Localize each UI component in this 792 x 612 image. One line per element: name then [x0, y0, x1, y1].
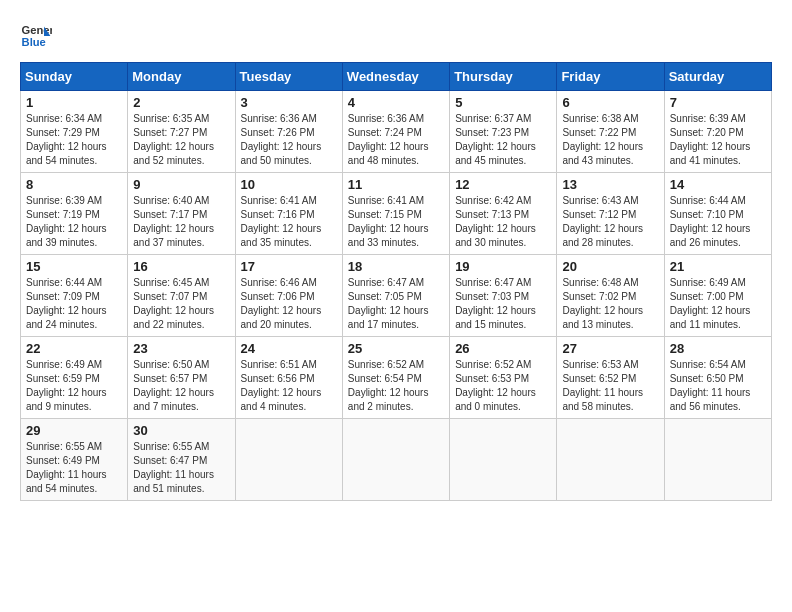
- day-header-saturday: Saturday: [664, 63, 771, 91]
- day-number: 3: [241, 95, 337, 110]
- calendar-cell: 10Sunrise: 6:41 AM Sunset: 7:16 PM Dayli…: [235, 173, 342, 255]
- day-info: Sunrise: 6:52 AM Sunset: 6:53 PM Dayligh…: [455, 358, 551, 414]
- calendar-table: SundayMondayTuesdayWednesdayThursdayFrid…: [20, 62, 772, 501]
- day-number: 16: [133, 259, 229, 274]
- calendar-cell: [235, 419, 342, 501]
- calendar-cell: 29Sunrise: 6:55 AM Sunset: 6:49 PM Dayli…: [21, 419, 128, 501]
- day-number: 10: [241, 177, 337, 192]
- day-header-tuesday: Tuesday: [235, 63, 342, 91]
- day-info: Sunrise: 6:41 AM Sunset: 7:16 PM Dayligh…: [241, 194, 337, 250]
- day-number: 18: [348, 259, 444, 274]
- calendar-cell: 11Sunrise: 6:41 AM Sunset: 7:15 PM Dayli…: [342, 173, 449, 255]
- day-number: 23: [133, 341, 229, 356]
- calendar-cell: 5Sunrise: 6:37 AM Sunset: 7:23 PM Daylig…: [450, 91, 557, 173]
- calendar-cell: 17Sunrise: 6:46 AM Sunset: 7:06 PM Dayli…: [235, 255, 342, 337]
- day-info: Sunrise: 6:39 AM Sunset: 7:19 PM Dayligh…: [26, 194, 122, 250]
- calendar-cell: 8Sunrise: 6:39 AM Sunset: 7:19 PM Daylig…: [21, 173, 128, 255]
- logo: General Blue: [20, 20, 52, 52]
- day-info: Sunrise: 6:49 AM Sunset: 7:00 PM Dayligh…: [670, 276, 766, 332]
- day-number: 17: [241, 259, 337, 274]
- day-number: 22: [26, 341, 122, 356]
- day-number: 26: [455, 341, 551, 356]
- day-info: Sunrise: 6:37 AM Sunset: 7:23 PM Dayligh…: [455, 112, 551, 168]
- day-info: Sunrise: 6:54 AM Sunset: 6:50 PM Dayligh…: [670, 358, 766, 414]
- day-number: 12: [455, 177, 551, 192]
- day-info: Sunrise: 6:52 AM Sunset: 6:54 PM Dayligh…: [348, 358, 444, 414]
- calendar-cell: 18Sunrise: 6:47 AM Sunset: 7:05 PM Dayli…: [342, 255, 449, 337]
- day-header-monday: Monday: [128, 63, 235, 91]
- day-number: 14: [670, 177, 766, 192]
- calendar-cell: 23Sunrise: 6:50 AM Sunset: 6:57 PM Dayli…: [128, 337, 235, 419]
- logo-icon: General Blue: [20, 20, 52, 52]
- day-number: 5: [455, 95, 551, 110]
- day-number: 13: [562, 177, 658, 192]
- calendar-cell: 30Sunrise: 6:55 AM Sunset: 6:47 PM Dayli…: [128, 419, 235, 501]
- calendar-cell: 4Sunrise: 6:36 AM Sunset: 7:24 PM Daylig…: [342, 91, 449, 173]
- day-info: Sunrise: 6:44 AM Sunset: 7:09 PM Dayligh…: [26, 276, 122, 332]
- day-number: 24: [241, 341, 337, 356]
- day-number: 20: [562, 259, 658, 274]
- calendar-cell: 12Sunrise: 6:42 AM Sunset: 7:13 PM Dayli…: [450, 173, 557, 255]
- calendar-cell: 26Sunrise: 6:52 AM Sunset: 6:53 PM Dayli…: [450, 337, 557, 419]
- calendar-cell: 16Sunrise: 6:45 AM Sunset: 7:07 PM Dayli…: [128, 255, 235, 337]
- day-info: Sunrise: 6:50 AM Sunset: 6:57 PM Dayligh…: [133, 358, 229, 414]
- calendar-cell: 2Sunrise: 6:35 AM Sunset: 7:27 PM Daylig…: [128, 91, 235, 173]
- day-info: Sunrise: 6:49 AM Sunset: 6:59 PM Dayligh…: [26, 358, 122, 414]
- day-info: Sunrise: 6:51 AM Sunset: 6:56 PM Dayligh…: [241, 358, 337, 414]
- day-info: Sunrise: 6:40 AM Sunset: 7:17 PM Dayligh…: [133, 194, 229, 250]
- calendar-cell: [450, 419, 557, 501]
- calendar-cell: 28Sunrise: 6:54 AM Sunset: 6:50 PM Dayli…: [664, 337, 771, 419]
- day-number: 2: [133, 95, 229, 110]
- day-info: Sunrise: 6:48 AM Sunset: 7:02 PM Dayligh…: [562, 276, 658, 332]
- day-number: 11: [348, 177, 444, 192]
- day-number: 1: [26, 95, 122, 110]
- day-number: 8: [26, 177, 122, 192]
- calendar-cell: 1Sunrise: 6:34 AM Sunset: 7:29 PM Daylig…: [21, 91, 128, 173]
- day-header-sunday: Sunday: [21, 63, 128, 91]
- day-info: Sunrise: 6:44 AM Sunset: 7:10 PM Dayligh…: [670, 194, 766, 250]
- day-number: 6: [562, 95, 658, 110]
- day-info: Sunrise: 6:35 AM Sunset: 7:27 PM Dayligh…: [133, 112, 229, 168]
- day-info: Sunrise: 6:55 AM Sunset: 6:49 PM Dayligh…: [26, 440, 122, 496]
- page-header: General Blue: [20, 20, 772, 52]
- calendar-cell: [664, 419, 771, 501]
- day-number: 7: [670, 95, 766, 110]
- day-number: 19: [455, 259, 551, 274]
- day-info: Sunrise: 6:45 AM Sunset: 7:07 PM Dayligh…: [133, 276, 229, 332]
- calendar-cell: 7Sunrise: 6:39 AM Sunset: 7:20 PM Daylig…: [664, 91, 771, 173]
- day-number: 29: [26, 423, 122, 438]
- calendar-cell: 13Sunrise: 6:43 AM Sunset: 7:12 PM Dayli…: [557, 173, 664, 255]
- day-info: Sunrise: 6:55 AM Sunset: 6:47 PM Dayligh…: [133, 440, 229, 496]
- svg-text:Blue: Blue: [22, 36, 46, 48]
- day-number: 4: [348, 95, 444, 110]
- calendar-cell: 22Sunrise: 6:49 AM Sunset: 6:59 PM Dayli…: [21, 337, 128, 419]
- day-info: Sunrise: 6:39 AM Sunset: 7:20 PM Dayligh…: [670, 112, 766, 168]
- day-info: Sunrise: 6:47 AM Sunset: 7:05 PM Dayligh…: [348, 276, 444, 332]
- day-info: Sunrise: 6:46 AM Sunset: 7:06 PM Dayligh…: [241, 276, 337, 332]
- day-info: Sunrise: 6:34 AM Sunset: 7:29 PM Dayligh…: [26, 112, 122, 168]
- day-number: 9: [133, 177, 229, 192]
- day-number: 30: [133, 423, 229, 438]
- calendar-cell: 24Sunrise: 6:51 AM Sunset: 6:56 PM Dayli…: [235, 337, 342, 419]
- calendar-cell: 14Sunrise: 6:44 AM Sunset: 7:10 PM Dayli…: [664, 173, 771, 255]
- day-header-thursday: Thursday: [450, 63, 557, 91]
- day-number: 27: [562, 341, 658, 356]
- day-number: 21: [670, 259, 766, 274]
- day-number: 15: [26, 259, 122, 274]
- day-info: Sunrise: 6:36 AM Sunset: 7:24 PM Dayligh…: [348, 112, 444, 168]
- day-number: 28: [670, 341, 766, 356]
- calendar-cell: 6Sunrise: 6:38 AM Sunset: 7:22 PM Daylig…: [557, 91, 664, 173]
- calendar-cell: [342, 419, 449, 501]
- day-header-friday: Friday: [557, 63, 664, 91]
- calendar-cell: 25Sunrise: 6:52 AM Sunset: 6:54 PM Dayli…: [342, 337, 449, 419]
- day-header-wednesday: Wednesday: [342, 63, 449, 91]
- calendar-cell: 15Sunrise: 6:44 AM Sunset: 7:09 PM Dayli…: [21, 255, 128, 337]
- calendar-cell: 3Sunrise: 6:36 AM Sunset: 7:26 PM Daylig…: [235, 91, 342, 173]
- day-info: Sunrise: 6:41 AM Sunset: 7:15 PM Dayligh…: [348, 194, 444, 250]
- day-info: Sunrise: 6:36 AM Sunset: 7:26 PM Dayligh…: [241, 112, 337, 168]
- day-info: Sunrise: 6:47 AM Sunset: 7:03 PM Dayligh…: [455, 276, 551, 332]
- day-info: Sunrise: 6:42 AM Sunset: 7:13 PM Dayligh…: [455, 194, 551, 250]
- calendar-cell: 27Sunrise: 6:53 AM Sunset: 6:52 PM Dayli…: [557, 337, 664, 419]
- day-info: Sunrise: 6:53 AM Sunset: 6:52 PM Dayligh…: [562, 358, 658, 414]
- day-info: Sunrise: 6:43 AM Sunset: 7:12 PM Dayligh…: [562, 194, 658, 250]
